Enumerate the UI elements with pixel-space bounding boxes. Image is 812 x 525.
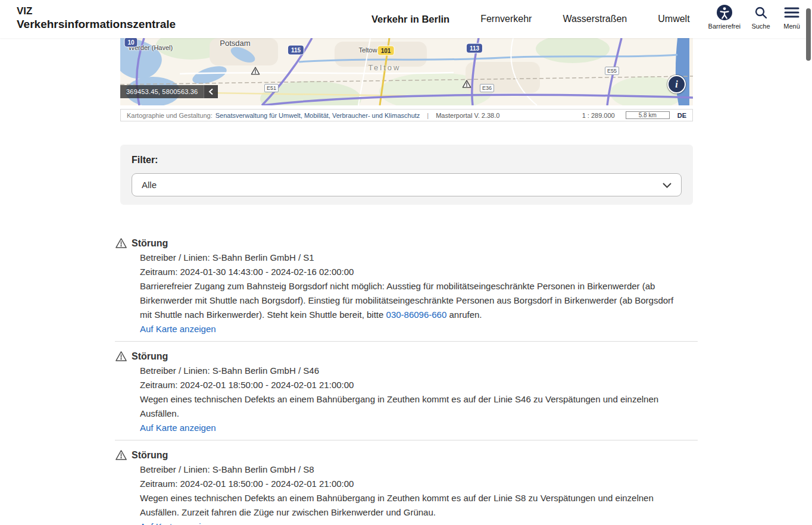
search-button[interactable]: Suche <box>750 4 772 30</box>
show-on-map-link[interactable]: Auf Karte anzeigen <box>140 520 216 525</box>
search-icon <box>754 4 768 21</box>
map-canvas[interactable]: Potsdam Werder (Havel) Teltow Teltow 10 … <box>120 38 693 105</box>
info-icon[interactable]: i <box>667 75 686 93</box>
warning-icon <box>115 449 127 463</box>
nav-fernverkehr[interactable]: Fernverkehr <box>480 14 532 24</box>
accessibility-label: Barrierefrei <box>708 23 741 30</box>
list-item: Störung Betreiber / Linien: S-Bahn Berli… <box>115 440 698 525</box>
entry-description: Wegen eines technischen Defekts an einem… <box>140 392 680 421</box>
scale-bar: 5.8 km <box>626 111 670 119</box>
entry-period: Zeitraum: 2024-02-01 18:50:00 - 2024-02-… <box>140 378 698 392</box>
map-label-teltow-city: Teltow <box>358 46 377 54</box>
map-label-potsdam: Potsdam <box>220 39 250 48</box>
route-label-e51: E51 <box>264 84 279 92</box>
entry-title: Störung <box>132 349 698 364</box>
warning-icon <box>115 238 127 251</box>
entry-period: Zeitraum: 2024-01-30 14:43:00 - 2024-02-… <box>140 265 698 279</box>
logo-viz: VIZ <box>17 5 176 17</box>
route-label-e55: E55 <box>605 67 619 75</box>
logo[interactable]: VIZ Verkehrsinformationszentrale <box>17 5 176 32</box>
entry-operator: Betreiber / Linien: S-Bahn Berlin GmbH /… <box>140 251 698 265</box>
accessibility-icon <box>716 4 733 21</box>
scale-ratio: 1 : 289.000 <box>582 112 615 119</box>
attribution-prefix: Kartographie und Gestaltung: <box>127 112 213 119</box>
entry-operator: Betreiber / Linien: S-Bahn Berlin GmbH /… <box>140 462 698 477</box>
accessibility-button[interactable]: Barrierefrei <box>708 4 741 30</box>
header: VIZ Verkehrsinformationszentrale Verkehr… <box>0 0 812 38</box>
disruption-list: Störung Betreiber / Linien: S-Bahn Berli… <box>115 236 698 525</box>
filter-panel: Filter: Alle <box>120 145 693 205</box>
warning-icon <box>115 351 127 364</box>
list-item: Störung Betreiber / Linien: S-Bahn Berli… <box>115 341 698 440</box>
map-warning-icon[interactable] <box>251 67 260 78</box>
motorway-shield-a10: 10 <box>124 38 137 47</box>
collapse-arrow-icon[interactable] <box>204 85 218 98</box>
map-label-teltow-area: Teltow <box>368 63 401 72</box>
menu-icon <box>784 4 799 21</box>
route-label-e36: E36 <box>480 84 494 92</box>
menu-label: Menü <box>783 23 800 30</box>
show-on-map-link[interactable]: Auf Karte anzeigen <box>140 421 216 435</box>
entry-period: Zeitraum: 2024-02-01 18:50:00 - 2024-02-… <box>140 477 698 491</box>
mouse-coordinates: 369453.45, 5800563.36 <box>120 85 204 98</box>
attribution-separator: | <box>427 112 429 119</box>
menu-button[interactable]: Menü <box>781 4 802 30</box>
filter-heading: Filter: <box>132 155 682 165</box>
map-attribution: Kartographie und Gestaltung: Senatsverwa… <box>120 109 693 121</box>
vertical-scrollbar[interactable] <box>806 8 811 61</box>
map-warning-icon[interactable] <box>462 80 471 91</box>
phone-link[interactable]: 030-86096-660 <box>386 310 447 320</box>
main-nav: Verkehr in Berlin Fernverkehr Wasserstra… <box>371 0 690 38</box>
nav-umwelt[interactable]: Umwelt <box>658 14 689 24</box>
entry-operator: Betreiber / Linien: S-Bahn Berlin GmbH /… <box>140 364 698 378</box>
entry-description: Wegen eines technischen Defekts an einem… <box>140 491 680 520</box>
motorway-shield-a115: 115 <box>288 46 304 55</box>
nav-verkehr-in-berlin[interactable]: Verkehr in Berlin <box>371 14 449 25</box>
entry-description: Barrierefreier Zugang zum Bahnsteig Borg… <box>140 279 680 322</box>
show-on-map-link[interactable]: Auf Karte anzeigen <box>140 322 216 336</box>
filter-select[interactable]: Alle <box>132 173 682 196</box>
nav-wasserstrassen[interactable]: Wasserstraßen <box>563 14 627 24</box>
filter-selected-value: Alle <box>142 180 157 190</box>
map-section: Potsdam Werder (Havel) Teltow Teltow 10 … <box>120 38 693 121</box>
language-switcher[interactable]: DE <box>677 112 686 119</box>
logo-title: Verkehrsinformationszentrale <box>17 17 176 32</box>
motorway-shield-a113: 113 <box>467 44 482 53</box>
list-item: Störung Betreiber / Linien: S-Bahn Berli… <box>115 236 698 341</box>
masterportal-version: Masterportal V. 2.38.0 <box>436 112 499 119</box>
entry-title: Störung <box>132 236 698 251</box>
road-shield-b101: 101 <box>378 46 394 55</box>
entry-title: Störung <box>132 448 698 462</box>
coordinates-bar: 369453.45, 5800563.36 <box>120 85 218 98</box>
attribution-link[interactable]: Senatsverwaltung für Umwelt, Mobilität, … <box>216 112 420 119</box>
search-label: Suche <box>751 23 770 30</box>
chevron-down-icon <box>663 180 672 190</box>
header-tools: Barrierefrei Suche Menü <box>708 4 802 30</box>
